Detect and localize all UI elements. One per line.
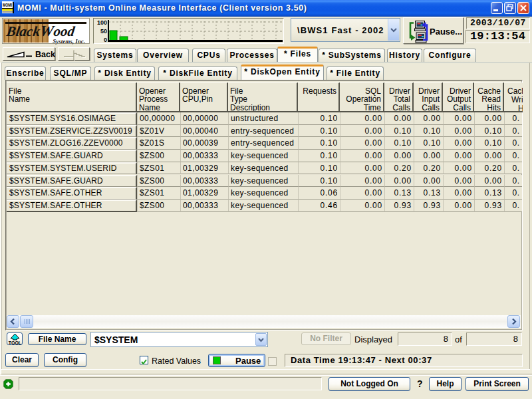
svg-text:MOMI: MOMI bbox=[3, 2, 12, 8]
svg-text:50: 50 bbox=[100, 28, 107, 35]
svg-text:TOOL: TOOL bbox=[8, 340, 21, 345]
svg-text:100: 100 bbox=[97, 19, 107, 26]
svg-text:0: 0 bbox=[104, 37, 107, 43]
